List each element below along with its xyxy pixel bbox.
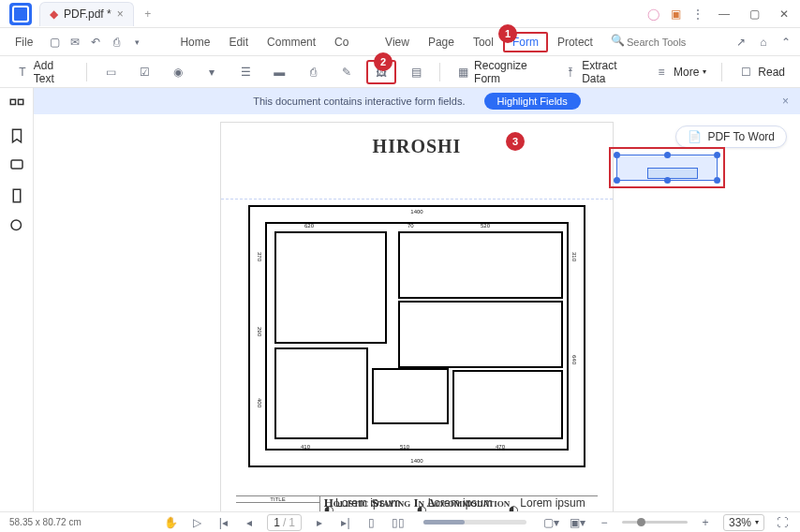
signature-field-button[interactable]: ✎ (333, 61, 361, 83)
date-icon: ▤ (407, 64, 424, 81)
push-icon: ⎙ (304, 64, 321, 81)
save-icon[interactable]: ▢ (46, 34, 63, 51)
push-button[interactable]: ⎙ (299, 61, 327, 83)
last-page-icon[interactable]: ▸| (337, 514, 354, 531)
two-page-icon[interactable]: ▯▯ (390, 514, 407, 531)
fit-width-icon[interactable]: ▢▾ (543, 514, 560, 531)
attachments-icon[interactable] (8, 187, 25, 204)
document-canvas[interactable]: This document contains interactive form … (34, 88, 800, 511)
floor-plan-legend: TITLE ◐Lorem ipsum dolor sit◐Lorem ipsum… (236, 495, 598, 511)
menu-comment[interactable]: Comment (258, 32, 325, 52)
file-menu[interactable]: File (6, 32, 42, 52)
radio-icon: ◉ (170, 64, 186, 81)
minimize-button[interactable]: — (712, 3, 736, 25)
menu-tool[interactable]: Tool (464, 32, 503, 52)
svg-point-3 (11, 220, 22, 230)
extract-data-button[interactable]: ⭱Extract Data (557, 56, 642, 88)
document-page: HIROSHI 3 1400 620 70 520 370 290 4 (220, 122, 614, 511)
read-checkbox[interactable]: ☐Read (732, 61, 791, 83)
share-icon[interactable]: ▣ (667, 6, 684, 22)
text-icon: T (15, 64, 30, 81)
callout-badge-3: 3 (506, 132, 525, 151)
more-button[interactable]: ≡More▾ (647, 61, 712, 83)
button-icon: ▬ (271, 64, 288, 81)
menu-edit[interactable]: Edit (219, 32, 258, 52)
undo-icon[interactable]: ↶ (87, 34, 104, 51)
zoom-slider[interactable] (622, 521, 688, 524)
hand-tool-icon[interactable]: ✋ (162, 514, 179, 531)
date-field-button[interactable]: ▤ (402, 61, 430, 83)
search-panel-icon[interactable] (8, 217, 25, 234)
radio-button[interactable]: ◉ (164, 61, 192, 83)
search-icon: 🔍 (610, 32, 627, 49)
signature-icon: ✎ (338, 64, 355, 81)
recognize-icon: ▦ (455, 64, 470, 81)
highlight-fields-button[interactable]: Highlight Fields (484, 93, 581, 110)
svg-rect-2 (11, 160, 22, 169)
title-bar: ◆ PDF.pdf * × + ◯ ▣ ⋮ — ▢ ✕ (0, 0, 800, 28)
list-icon: ☰ (237, 64, 254, 81)
add-text-button[interactable]: TAdd Text (9, 56, 77, 88)
select-tool-icon[interactable]: ▷ (188, 514, 205, 531)
menu-home[interactable]: Home (170, 32, 219, 52)
collapse-ribbon-icon[interactable]: ⌃ (778, 34, 794, 51)
single-page-icon[interactable]: ▯ (363, 514, 380, 531)
pdf-to-word-button[interactable]: 📄 PDF To Word (675, 126, 787, 148)
close-tab-icon[interactable]: × (117, 7, 124, 21)
zoom-in-icon[interactable]: + (697, 514, 714, 531)
chevron-down-icon[interactable]: ▾ (128, 34, 145, 51)
recognize-form-button[interactable]: ▦Recognize Form (450, 56, 552, 88)
extract-icon: ⭱ (563, 64, 578, 81)
doc-title: HIROSHI (221, 136, 613, 157)
mail-icon[interactable]: ✉ (67, 34, 83, 51)
bookmarks-icon[interactable] (8, 127, 25, 144)
combo-icon: ▾ (203, 64, 220, 81)
maximize-button[interactable]: ▢ (742, 3, 766, 25)
menu-convert[interactable]: Co (325, 32, 376, 52)
workspace: This document contains interactive form … (0, 88, 800, 511)
image-field-placeholder[interactable] (647, 168, 698, 179)
menu-protect[interactable]: Protect (548, 32, 602, 52)
list-button[interactable]: ☰ (231, 61, 259, 83)
thumbnails-icon[interactable] (8, 97, 25, 114)
pdf-file-icon: ◆ (50, 7, 58, 21)
floor-plan-image: 1400 620 70 520 370 290 400 310 640 (248, 205, 585, 467)
fullscreen-icon[interactable]: ⛶ (774, 514, 791, 531)
textfield-icon: ▭ (102, 64, 119, 81)
close-window-button[interactable]: ✕ (772, 3, 796, 25)
tab-title: PDF.pdf * (64, 7, 111, 21)
text-field-button[interactable]: ▭ (96, 61, 125, 83)
document-tab[interactable]: ◆ PDF.pdf * × (39, 2, 134, 26)
cloud-icon[interactable]: ◯ (644, 6, 661, 22)
selected-form-field[interactable] (609, 147, 725, 188)
external-link-icon[interactable]: ↗ (733, 34, 749, 51)
scroll-indicator (423, 520, 526, 525)
info-bar-text: This document contains interactive form … (253, 96, 465, 107)
menu-page[interactable]: Page (419, 32, 464, 52)
kebab-menu-icon[interactable]: ⋮ (689, 6, 706, 22)
svg-rect-0 (10, 99, 15, 104)
page-number-input[interactable]: 1/1 (267, 514, 302, 531)
callout-badge-1: 1 (498, 24, 517, 43)
coordinates-readout: 58.35 x 80.72 cm (9, 517, 81, 527)
svg-rect-1 (18, 99, 22, 104)
fit-page-icon[interactable]: ▣▾ (570, 514, 586, 531)
next-page-icon[interactable]: ▸ (311, 514, 328, 531)
left-sidebar (0, 88, 34, 511)
prev-page-icon[interactable]: ◂ (241, 514, 258, 531)
combo-button[interactable]: ▾ (198, 61, 226, 83)
menu-icon: ≡ (653, 64, 670, 81)
menu-view[interactable]: View (376, 32, 419, 52)
search-tools-input[interactable] (627, 32, 707, 52)
first-page-icon[interactable]: |◂ (215, 514, 231, 531)
button-field-button[interactable]: ▬ (265, 61, 293, 83)
zoom-level-dropdown[interactable]: 33%▾ (723, 514, 764, 531)
comments-icon[interactable] (8, 157, 25, 174)
checkbox-empty-icon: ☐ (737, 64, 754, 81)
info-bar-close-icon[interactable]: × (782, 95, 789, 108)
zoom-out-icon[interactable]: − (596, 514, 613, 531)
checkbox-button[interactable]: ☑ (130, 61, 158, 83)
home-icon[interactable]: ⌂ (755, 34, 772, 51)
new-tab-button[interactable]: + (140, 6, 156, 22)
print-icon[interactable]: ⎙ (108, 34, 125, 51)
